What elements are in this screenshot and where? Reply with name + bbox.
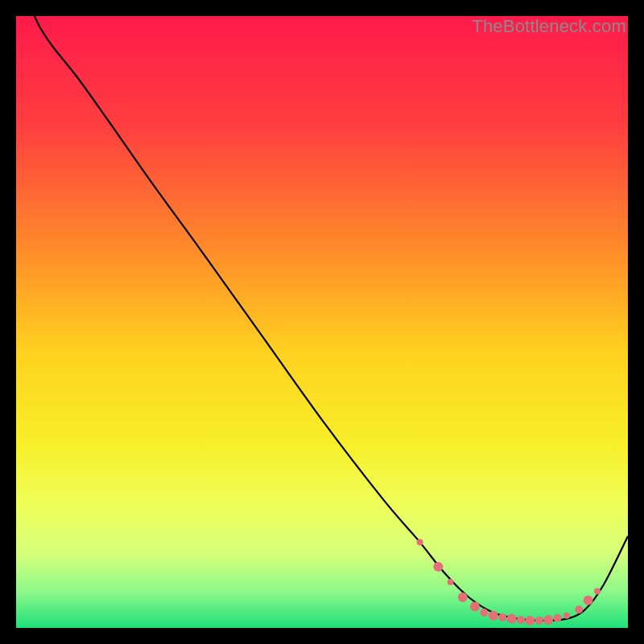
marker-dot <box>507 614 517 624</box>
marker-dot <box>489 611 498 621</box>
marker-dot <box>525 616 535 625</box>
marker-dot <box>543 615 553 625</box>
marker-dot <box>517 616 525 624</box>
chart-frame: TheBottleneck.com <box>16 16 628 628</box>
chart-svg <box>16 16 628 628</box>
marker-dot <box>535 617 543 625</box>
marker-dot <box>498 613 506 621</box>
marker-dot <box>554 614 562 622</box>
marker-dot <box>417 539 423 546</box>
marker-dot <box>564 613 570 619</box>
marker-dot <box>433 562 443 572</box>
marker-dot <box>458 592 468 602</box>
marker-dot <box>584 596 593 605</box>
marker-dot <box>575 605 583 613</box>
gradient-background <box>16 16 628 628</box>
marker-dot <box>480 609 488 617</box>
marker-dot <box>470 601 480 611</box>
marker-dot <box>594 588 601 594</box>
marker-dot <box>448 579 454 585</box>
